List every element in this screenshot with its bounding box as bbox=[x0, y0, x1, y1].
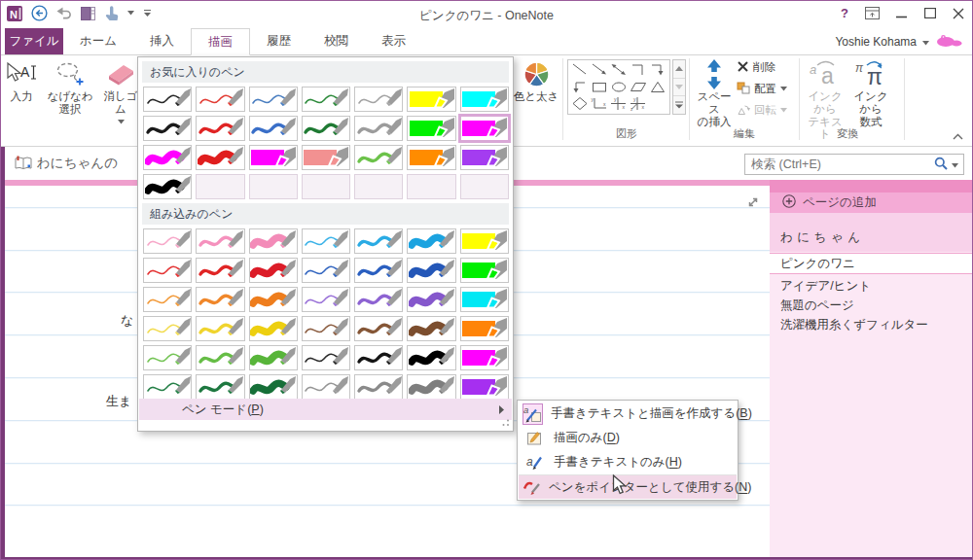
pen-swatch[interactable] bbox=[354, 316, 403, 341]
type-tool-button[interactable]: A 入力 bbox=[3, 57, 40, 103]
pen-swatch[interactable] bbox=[249, 87, 298, 112]
pen-swatch[interactable] bbox=[143, 116, 192, 141]
page-tab[interactable]: 洗濯機用糸くずフィルター bbox=[770, 315, 973, 334]
pen-swatch[interactable] bbox=[196, 374, 244, 400]
dock-icon[interactable] bbox=[81, 7, 95, 20]
pen-swatch[interactable] bbox=[249, 374, 298, 400]
search-icon[interactable] bbox=[934, 157, 948, 173]
arrange-dropdown-icon[interactable] bbox=[780, 85, 787, 93]
menu-item-mode-ink-and-draw[interactable]: a手書きテキストと描画を作成する(B) bbox=[519, 402, 737, 426]
pen-swatch[interactable] bbox=[407, 258, 455, 283]
shape-corner-icon[interactable] bbox=[629, 61, 648, 78]
shape-corner-arrow-icon[interactable] bbox=[648, 61, 667, 78]
pen-swatch[interactable] bbox=[249, 116, 298, 141]
shape-ellipse-icon[interactable] bbox=[609, 79, 629, 95]
resize-grip-icon[interactable] bbox=[501, 416, 510, 430]
pen-swatch[interactable] bbox=[196, 287, 244, 312]
highlighter-swatch[interactable] bbox=[460, 228, 509, 254]
pen-swatch[interactable] bbox=[249, 345, 298, 370]
pen-swatch[interactable] bbox=[302, 116, 350, 141]
highlighter-swatch[interactable] bbox=[302, 145, 350, 170]
highlighter-swatch[interactable] bbox=[460, 374, 509, 400]
notebook-name[interactable]: わにちゃんの bbox=[37, 155, 118, 172]
rotate-button[interactable]: 回転 bbox=[737, 101, 787, 120]
arrange-button[interactable]: 配置 bbox=[737, 80, 787, 98]
pen-swatch[interactable] bbox=[302, 374, 350, 400]
page-tab[interactable]: わにちゃん bbox=[770, 226, 973, 249]
pen-swatch[interactable] bbox=[354, 258, 403, 283]
pen-swatch[interactable] bbox=[196, 116, 244, 141]
add-page-button[interactable]: ページの追加 bbox=[770, 192, 973, 213]
pen-swatch[interactable] bbox=[143, 174, 192, 199]
close-icon[interactable] bbox=[953, 8, 964, 19]
pen-swatch[interactable] bbox=[354, 87, 403, 112]
shape-rectangle-icon[interactable] bbox=[590, 79, 609, 95]
pen-swatch[interactable] bbox=[196, 345, 244, 370]
ink-to-math-button[interactable]: ππ インクから 数式 bbox=[849, 57, 892, 128]
menu-item-mode-draw-only[interactable]: 描画のみ(D) bbox=[519, 426, 737, 450]
pen-swatch[interactable] bbox=[354, 145, 403, 170]
search-scope-dropdown-icon[interactable] bbox=[952, 158, 958, 171]
onenote-logo-icon[interactable]: N bbox=[7, 6, 22, 21]
pen-swatch[interactable] bbox=[249, 228, 298, 254]
shape-hook-arrow-icon[interactable] bbox=[570, 79, 590, 95]
pen-mode-item[interactable]: ペン モード(P) bbox=[139, 399, 512, 420]
lasso-select-button[interactable]: なげなわ 選択 bbox=[42, 57, 98, 116]
touch-mode-dropdown-icon[interactable] bbox=[127, 11, 134, 16]
minimize-icon[interactable] bbox=[896, 9, 908, 18]
search-box[interactable] bbox=[744, 154, 964, 175]
pen-swatch[interactable] bbox=[354, 374, 403, 400]
highlighter-swatch[interactable] bbox=[249, 145, 298, 170]
page-tab[interactable]: 無題のページ bbox=[770, 296, 973, 315]
pen-swatch[interactable] bbox=[249, 287, 298, 312]
highlighter-swatch[interactable] bbox=[460, 345, 509, 370]
pen-swatch[interactable] bbox=[302, 345, 350, 370]
highlighter-swatch[interactable] bbox=[460, 287, 509, 312]
touch-mode-icon[interactable] bbox=[104, 6, 119, 21]
avatar[interactable] bbox=[935, 33, 962, 51]
highlighter-swatch[interactable] bbox=[407, 145, 455, 170]
pen-swatch[interactable] bbox=[407, 316, 455, 341]
tab-view[interactable]: 表示 bbox=[365, 28, 422, 54]
pen-swatch[interactable] bbox=[143, 287, 192, 312]
shape-parallelogram-icon[interactable] bbox=[629, 79, 648, 95]
tab-draw[interactable]: 描画 bbox=[191, 28, 250, 55]
highlighter-swatch[interactable] bbox=[460, 258, 509, 283]
pen-swatch[interactable] bbox=[407, 228, 455, 254]
help-icon[interactable]: ? bbox=[841, 6, 848, 20]
eraser-button[interactable]: 消しゴム bbox=[100, 57, 141, 128]
pen-swatch[interactable] bbox=[196, 145, 244, 170]
menu-item-mode-ink-only[interactable]: a手書きテキストのみ(H) bbox=[519, 450, 737, 474]
shape-axes-cross-icon[interactable]: yx bbox=[609, 95, 629, 112]
pen-swatch[interactable] bbox=[249, 316, 298, 341]
pen-swatch[interactable] bbox=[143, 316, 192, 341]
shape-line-icon[interactable] bbox=[570, 61, 590, 78]
pen-swatch[interactable] bbox=[302, 316, 350, 341]
pen-swatch[interactable] bbox=[302, 228, 350, 254]
delete-button[interactable]: 削除 bbox=[737, 58, 775, 77]
pen-swatch[interactable] bbox=[196, 228, 244, 254]
highlighter-swatch[interactable] bbox=[460, 316, 509, 341]
pen-swatch[interactable] bbox=[302, 258, 350, 283]
pen-swatch[interactable] bbox=[407, 287, 455, 312]
highlighter-swatch[interactable] bbox=[407, 116, 455, 141]
shape-arrow-icon[interactable] bbox=[590, 61, 609, 78]
shape-triangle-icon[interactable] bbox=[648, 79, 667, 95]
account-dropdown-icon[interactable] bbox=[922, 35, 929, 49]
account-area[interactable]: Yoshie Kohama bbox=[835, 28, 962, 55]
undo-icon[interactable] bbox=[56, 7, 72, 19]
pen-swatch[interactable] bbox=[354, 228, 403, 254]
eraser-dropdown-icon[interactable] bbox=[118, 116, 125, 128]
pen-swatch[interactable] bbox=[407, 374, 455, 400]
pen-swatch[interactable] bbox=[143, 87, 192, 112]
pen-swatch[interactable] bbox=[302, 87, 350, 112]
expand-page-icon[interactable] bbox=[746, 195, 760, 212]
scroll-down-icon[interactable] bbox=[673, 79, 685, 97]
highlighter-swatch[interactable] bbox=[460, 116, 509, 141]
pen-swatch[interactable] bbox=[196, 258, 244, 283]
highlighter-swatch[interactable] bbox=[460, 87, 509, 112]
notebook-icon[interactable] bbox=[15, 156, 32, 174]
qat-more-icon[interactable] bbox=[143, 9, 152, 18]
tab-history[interactable]: 履歴 bbox=[250, 28, 307, 54]
pen-swatch[interactable] bbox=[143, 258, 192, 283]
